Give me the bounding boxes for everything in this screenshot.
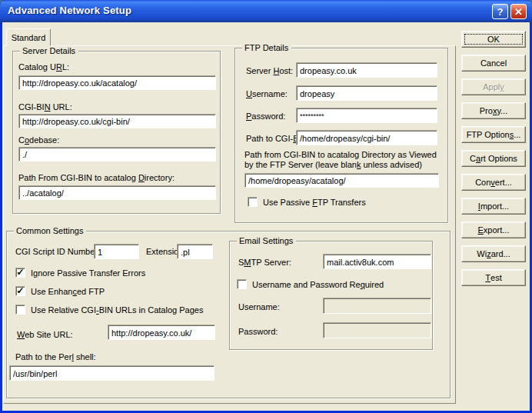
proxy-button[interactable]: Proxy... (461, 102, 526, 119)
export-button[interactable]: Export... (461, 221, 526, 238)
email-password-label: Password: (238, 327, 278, 337)
ftp-username-label: Username: (246, 89, 288, 99)
email-username-input (323, 298, 431, 314)
cgi-script-id-label: CGI Script ID Number: (15, 247, 100, 257)
checkbox-label: Use Relative CGI-BIN URLs in Catalog Pag… (31, 305, 203, 315)
title-bar[interactable]: Advanced Network Setup ? ✕ (0, 0, 532, 22)
codebase-label: Codebase: (18, 135, 59, 145)
perl-shell-input[interactable] (9, 365, 214, 381)
cgi-script-id-input[interactable] (94, 244, 139, 259)
apply-button: Apply (461, 78, 526, 95)
server-host-label: Server Host: (246, 66, 293, 76)
path-cgi-to-acatalog-label: Path From CGI-BIN to acatalog Directory: (18, 173, 175, 183)
catalog-url-label: Catalog URL: (18, 62, 69, 72)
path-acatalog-ftp-input[interactable] (244, 173, 439, 188)
checkbox-ignore-passive-errors[interactable]: ✓ Ignore Passive Transfer Errors (15, 268, 145, 278)
cancel-button[interactable]: Cancel (461, 55, 526, 72)
import-button[interactable]: Import... (461, 198, 526, 215)
smtp-server-label: SMTP Server: (238, 258, 291, 268)
close-icon[interactable]: ✕ (510, 4, 527, 19)
ftp-password-input[interactable] (296, 108, 437, 123)
checkbox-box: ✓ (15, 305, 25, 315)
checkbox-label: Use Passive FTP Transfers (263, 198, 366, 207)
dialog-body: Standard Server Details Catalog URL: CGI… (2, 22, 530, 411)
checkbox-box: ✓ (237, 279, 247, 289)
ok-button[interactable]: OK (461, 31, 526, 48)
tab-standard[interactable]: Standard (6, 28, 51, 46)
web-site-url-input[interactable] (108, 325, 215, 340)
path-cgi-to-acatalog-input[interactable] (18, 185, 216, 200)
web-site-url-label: Web Site URL: (17, 330, 73, 340)
group-title: FTP Details (242, 43, 291, 53)
checkbox-use-passive-ftp[interactable]: ✓ Use Passive FTP Transfers (248, 197, 366, 207)
check-icon: ✓ (16, 285, 24, 296)
checkbox-box: ✓ (15, 286, 25, 296)
convert-button[interactable]: Convert... (461, 174, 526, 191)
window-title: Advanced Network Setup (8, 5, 131, 16)
cgi-bin-url-label: CGI-BIN URL: (18, 102, 72, 112)
checkbox-relative-cgi-bin-urls[interactable]: ✓ Use Relative CGI-BIN URLs in Catalog P… (15, 305, 203, 315)
catalog-url-input[interactable] (18, 75, 216, 90)
path-to-cgi-bin-input[interactable] (296, 130, 437, 145)
checkbox-label: Use Enhanced FTP (31, 287, 105, 296)
extension-input[interactable] (177, 244, 213, 259)
smtp-server-input[interactable] (323, 254, 431, 269)
dialog-window: Advanced Network Setup ? ✕ Standard Serv… (0, 0, 532, 413)
path-acatalog-ftp-label: Path from CGI-BIN to acatalog Directory … (244, 150, 446, 170)
group-title: Common Settings (14, 226, 86, 236)
wizard-button[interactable]: Wizard... (461, 245, 526, 262)
checkbox-auth-required[interactable]: ✓ Username and Password Required (237, 279, 384, 289)
checkbox-label: Username and Password Required (252, 280, 384, 289)
email-username-label: Username: (238, 302, 280, 312)
test-button[interactable]: Test (461, 269, 526, 286)
group-title: Server Details (20, 46, 78, 56)
codebase-input[interactable] (18, 147, 216, 162)
email-password-input (323, 322, 431, 338)
checkbox-box: ✓ (248, 197, 258, 207)
checkbox-use-enhanced-ftp[interactable]: ✓ Use Enhanced FTP (15, 286, 105, 296)
server-host-input[interactable] (296, 62, 437, 78)
ftp-password-label: Password: (246, 112, 285, 122)
checkbox-label: Ignore Passive Transfer Errors (31, 268, 145, 278)
checkbox-box: ✓ (15, 268, 25, 278)
ftp-username-input[interactable] (296, 85, 437, 101)
ftp-options-button[interactable]: FTP Options... (461, 126, 526, 143)
perl-shell-label: Path to the Perl shell: (15, 352, 96, 362)
help-icon[interactable]: ? (492, 4, 508, 19)
cart-options-button[interactable]: Cart Options (461, 150, 526, 167)
group-title: Email Settings (237, 236, 296, 246)
check-icon: ✓ (16, 267, 24, 278)
cgi-bin-url-input[interactable] (18, 114, 216, 128)
